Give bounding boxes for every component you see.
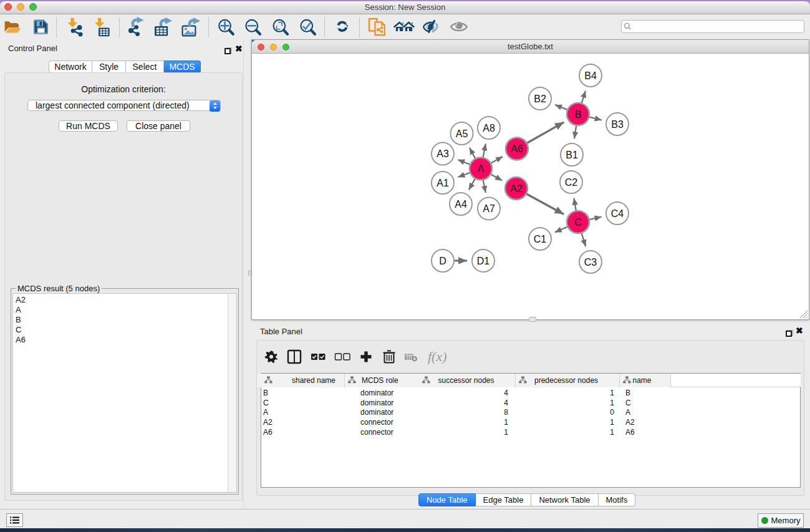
- svg-text:A4: A4: [455, 199, 467, 210]
- svg-text:A3: A3: [436, 148, 449, 159]
- svg-text:A: A: [478, 163, 485, 174]
- svg-text:A5: A5: [456, 128, 468, 139]
- svg-text:D1: D1: [477, 256, 490, 266]
- svg-text:C3: C3: [584, 257, 597, 268]
- svg-text:C4: C4: [611, 208, 624, 219]
- svg-text:C: C: [574, 217, 582, 228]
- svg-text:B2: B2: [534, 94, 546, 104]
- svg-text:B: B: [575, 109, 582, 120]
- svg-text:B4: B4: [584, 70, 597, 81]
- svg-text:A6: A6: [511, 143, 523, 154]
- svg-text:C2: C2: [565, 177, 578, 188]
- svg-text:D: D: [439, 256, 446, 266]
- svg-text:A1: A1: [436, 178, 449, 188]
- svg-text:C1: C1: [534, 234, 547, 244]
- svg-text:A8: A8: [483, 123, 495, 133]
- svg-text:A7: A7: [483, 203, 495, 214]
- svg-text:A2: A2: [510, 183, 523, 194]
- svg-text:B3: B3: [611, 119, 624, 130]
- svg-text:B1: B1: [566, 150, 578, 160]
